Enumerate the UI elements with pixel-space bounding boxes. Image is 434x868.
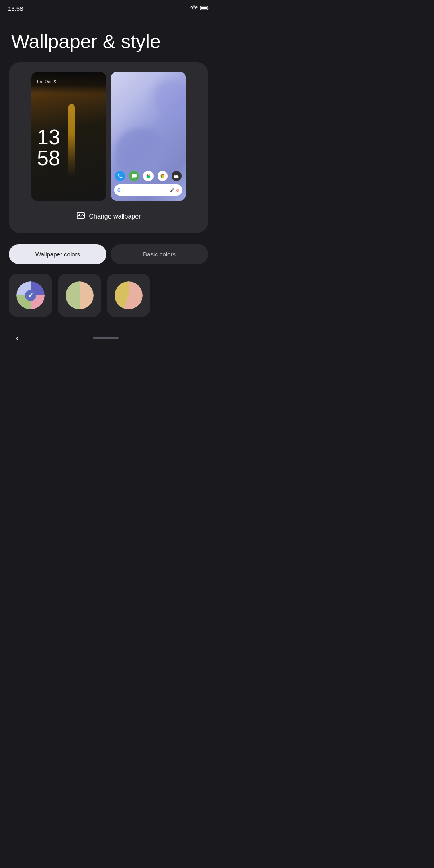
swatch-2-circle <box>66 281 94 309</box>
nav-bar: ‹ <box>0 328 217 349</box>
home-screen-blob <box>115 128 163 176</box>
tab-wallpaper-colors[interactable]: Wallpaper colors <box>9 244 106 264</box>
swatch-1-checkmark: ✓ <box>25 290 36 301</box>
swatch-1-circle: ✓ <box>16 281 45 309</box>
battery-icon <box>200 5 209 12</box>
page-header: Wallpaper & style <box>0 14 217 62</box>
nav-home-pill[interactable] <box>93 337 119 339</box>
lock-screen-date: Fri, Oct 22 <box>37 79 57 84</box>
page-title: Wallpaper & style <box>11 31 206 53</box>
wallpaper-previews: Fri, Oct 22 13 58 <box>18 72 199 201</box>
nav-back-button[interactable]: ‹ <box>16 333 19 342</box>
swatch-1-check: ✓ <box>16 281 45 309</box>
lock-screen-time: 13 58 <box>37 127 60 168</box>
status-time: 13:58 <box>8 5 23 12</box>
dock-phone-icon <box>115 171 125 181</box>
swatch-3[interactable] <box>107 274 150 317</box>
svg-rect-2 <box>201 7 207 9</box>
home-search-bar[interactable]: G 🎤 ⊙ <box>114 184 182 196</box>
svg-point-0 <box>194 9 195 10</box>
dock-messages-icon <box>129 171 139 181</box>
home-screen-preview[interactable]: G 🎤 ⊙ <box>111 72 186 201</box>
status-bar: 13:58 <box>0 0 217 14</box>
change-wallpaper-label: Change wallpaper <box>89 213 141 220</box>
swatch-3-bg <box>115 281 143 309</box>
waterfall-glow <box>68 104 75 176</box>
search-g-icon: G <box>117 188 121 192</box>
dock-chrome-icon <box>158 171 168 181</box>
wallpaper-card: Fri, Oct 22 13 58 <box>9 62 208 233</box>
lock-time-minutes: 58 <box>37 147 60 168</box>
wifi-icon <box>190 5 198 12</box>
dock-camera-icon <box>172 171 182 181</box>
color-swatches-row: ✓ <box>0 264 217 325</box>
search-lens-icon: ⊙ <box>176 188 179 192</box>
swatch-3-circle <box>115 281 143 309</box>
lock-screen-preview[interactable]: Fri, Oct 22 13 58 <box>31 72 106 201</box>
search-mic-icon: 🎤 <box>170 188 174 192</box>
swatch-1[interactable]: ✓ <box>9 274 52 317</box>
swatch-2[interactable] <box>58 274 101 317</box>
change-wallpaper-button[interactable]: Change wallpaper <box>18 208 199 225</box>
dock-play-icon <box>143 171 153 181</box>
tab-basic-colors[interactable]: Basic colors <box>111 244 208 264</box>
home-dock <box>111 171 186 181</box>
status-icons <box>190 5 209 12</box>
lock-time-hours: 13 <box>37 127 60 147</box>
color-tabs: Wallpaper colors Basic colors <box>9 244 208 264</box>
swatch-2-bg <box>66 281 94 309</box>
change-wallpaper-icon <box>76 211 85 222</box>
